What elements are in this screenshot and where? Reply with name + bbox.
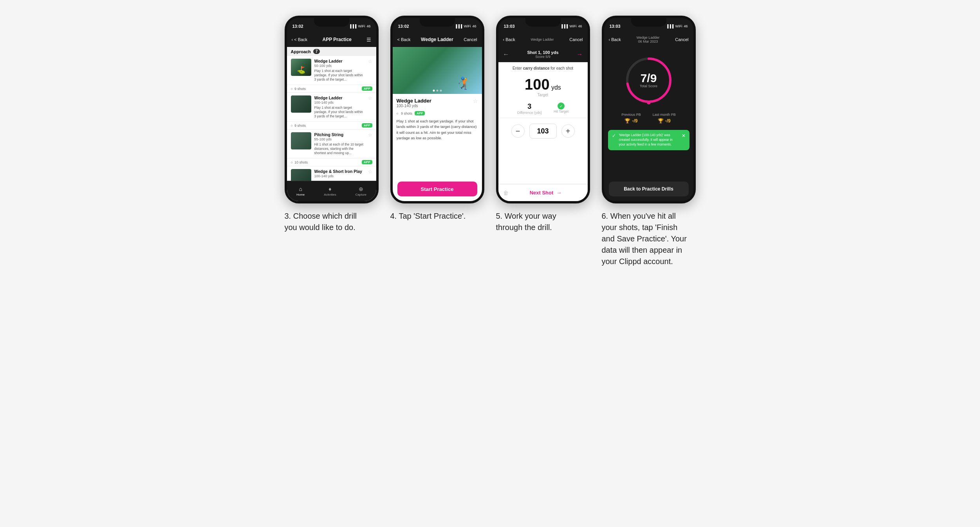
signal-icon: ▐▐▐ <box>349 24 356 28</box>
clock-icon-3: ○ <box>291 160 293 164</box>
nav-home[interactable]: ⌂ Home <box>296 186 305 196</box>
caption-2-number: 4. <box>390 212 397 220</box>
phone-4-nav: ‹ Back Wedge Ladder 06 Mar 2023 Cancel <box>604 32 693 47</box>
shots-badge-1: ○ 9 shots <box>291 87 306 91</box>
app-badge-2: APP <box>362 123 372 128</box>
shot-distance-input[interactable] <box>529 124 557 138</box>
next-shot-button[interactable]: Next Shot → <box>509 190 583 196</box>
drill-detail-shots-row: ○ 9 shots APP <box>397 111 478 115</box>
cancel-button-2[interactable]: Cancel <box>464 37 477 42</box>
score-circle-container: 7/9 Total Score <box>604 47 693 110</box>
back-button-3[interactable]: ‹ Back <box>503 37 515 42</box>
caption-3-text: Work your way through the drill. <box>496 212 556 232</box>
drill-range-2: 100-140 yds <box>314 101 365 104</box>
wifi-icon-3: WiFi <box>569 24 576 28</box>
drill-title-4: Wedge & Short Iron Play <box>314 169 365 174</box>
phone-3-nav: ‹ Back Wedge Ladder Cancel <box>498 32 588 47</box>
difference-value: 3 <box>527 103 531 111</box>
menu-icon-1[interactable]: ☰ <box>366 37 371 43</box>
next-arrow[interactable]: → <box>577 51 583 58</box>
back-button-2[interactable]: < Back <box>397 37 411 42</box>
score-circle: 7/9 Total Score <box>623 55 674 106</box>
shots-badge-2: ○ 9 shots <box>291 124 306 128</box>
chevron-left-icon: ‹ <box>292 37 293 42</box>
battery-icon-4: 46 <box>684 24 688 28</box>
increment-button[interactable]: + <box>561 124 575 138</box>
previous-pb-label: Previous PB <box>621 113 641 117</box>
decrement-button[interactable]: − <box>511 124 525 138</box>
wifi-icon-4: WiFi <box>675 24 682 28</box>
result-screen: ‹ Back Wedge Ladder 06 Mar 2023 Cancel <box>604 32 693 201</box>
golfer-icon-1: ⛳ <box>297 66 305 74</box>
nav-title-2: Wedge Ladder <box>421 37 453 42</box>
drill-item-1[interactable]: ⛳ Wedge Ladder 50-100 yds Play 1 shot at… <box>287 56 376 85</box>
phone-3-notch <box>525 18 561 27</box>
phone-2-status-icons: ▐▐▐ WiFi 46 <box>455 24 476 28</box>
prev-arrow[interactable]: ← <box>503 51 509 58</box>
check-icon: ✓ <box>559 104 563 108</box>
battery-icon-3: 46 <box>578 24 582 28</box>
caption-2-text: Tap 'Start Practice'. <box>399 212 466 220</box>
star-icon-2[interactable]: ☆ <box>368 95 372 101</box>
success-toast: ✓ 'Wedge Ladder (100-140 yds)' was creat… <box>608 130 689 150</box>
drill-thumb-3: ⛳ <box>291 132 311 149</box>
dot-3 <box>440 90 442 92</box>
phone-2-frame: 13:02 ▐▐▐ WiFi 46 < Back Wedge Ladder Ca… <box>390 16 484 203</box>
phone-2-section: 13:02 ▐▐▐ WiFi 46 < Back Wedge Ladder Ca… <box>390 16 484 222</box>
star-icon-3[interactable]: ☆ <box>368 132 372 138</box>
delete-icon[interactable]: 🗑 <box>503 190 509 196</box>
shot-info: Shot 1, 100 yds Score 5/9 <box>509 50 577 59</box>
start-practice-button[interactable]: Start Practice <box>397 182 477 196</box>
phone-3-time: 13:03 <box>504 24 515 29</box>
target-unit: yds <box>551 84 561 91</box>
phone-1-notch <box>314 18 349 27</box>
target-label: Target <box>498 93 588 97</box>
phone-4-status-icons: ▐▐▐ WiFi 46 <box>666 24 688 28</box>
dot-2 <box>436 90 438 92</box>
nav-drill-name-3: Wedge Ladder <box>531 38 554 41</box>
drill-detail-body: Wedge Ladder 100-140 yds ☆ ○ 9 shots APP… <box>393 94 482 145</box>
toast-close-icon[interactable]: ✕ <box>682 133 686 138</box>
score-label: Total Score <box>640 84 657 88</box>
star-icon-4[interactable]: ☆ <box>368 169 372 174</box>
cancel-button-4[interactable]: Cancel <box>675 37 688 42</box>
phone-2-nav: < Back Wedge Ladder Cancel <box>393 32 482 47</box>
drill-detail-shots: 9 shots <box>401 112 412 115</box>
star-icon-1[interactable]: ☆ <box>368 59 372 64</box>
bottom-nav-1: ⌂ Home ♦ Activities ⊕ Capture <box>287 181 376 201</box>
shots-badge-3: ○ 10 shots <box>291 160 308 164</box>
phone-4-notch <box>631 18 666 27</box>
phone-1-time: 13:02 <box>292 24 303 29</box>
phone-1-screen: ‹ < Back APP Practice ☰ Approach 7 <box>287 32 376 201</box>
next-shot-bar: 🗑 Next Shot → <box>498 184 588 201</box>
svg-point-2 <box>647 101 651 104</box>
caption-2: 4. Tap 'Start Practice'. <box>390 210 466 222</box>
drill-footer-1: ○ 9 shots APP <box>287 85 376 93</box>
nav-capture-label: Capture <box>356 193 366 196</box>
drill-detail-info: Wedge Ladder 100-140 yds <box>397 98 431 110</box>
app-badge-detail: APP <box>415 111 425 115</box>
nav-capture[interactable]: ⊕ Capture <box>356 186 366 196</box>
pb-row: Previous PB 🏆 -/9 Last month PB 🏆 -/9 <box>604 110 693 127</box>
cancel-button-3[interactable]: Cancel <box>569 37 583 42</box>
capture-icon: ⊕ <box>359 186 363 192</box>
back-button-4[interactable]: ‹ Back <box>609 37 621 42</box>
shot-title: Shot 1, 100 yds <box>509 50 577 55</box>
back-to-practice-button[interactable]: Back to Practice Drills <box>609 182 689 196</box>
nav-activities[interactable]: ♦ Activities <box>324 186 336 196</box>
drill-thumb-2: 🏌 <box>291 95 311 113</box>
result-center-info: Wedge Ladder 06 Mar 2023 <box>637 36 660 43</box>
last-month-pb: Last month PB 🏆 -/9 <box>653 113 676 124</box>
phone-1-nav: ‹ < Back APP Practice ☰ <box>287 32 376 47</box>
phone-3-screen: ‹ Back Wedge Ladder Cancel ← Shot 1, 100… <box>498 32 588 201</box>
score-main: 7/9 <box>640 72 657 84</box>
drill-content-2: Wedge Ladder 100-140 yds Play 1 shot at … <box>314 95 365 119</box>
drill-item-2[interactable]: 🏌 Wedge Ladder 100-140 yds Play 1 shot a… <box>287 93 376 122</box>
last-month-pb-value: 🏆 -/9 <box>658 118 671 124</box>
star-icon-detail[interactable]: ☆ <box>473 98 478 104</box>
phones-row: 13:02 ▐▐▐ WiFi 46 ‹ < Back APP Pract <box>216 16 764 267</box>
category-header-1: Approach 7 <box>287 47 376 56</box>
back-button-1[interactable]: ‹ < Back <box>292 37 308 42</box>
drill-content-4: Wedge & Short Iron Play 100-140 yds <box>314 169 365 179</box>
drill-item-3[interactable]: ⛳ Pitching String 55-100 yds Hit 1 shot … <box>287 130 376 158</box>
